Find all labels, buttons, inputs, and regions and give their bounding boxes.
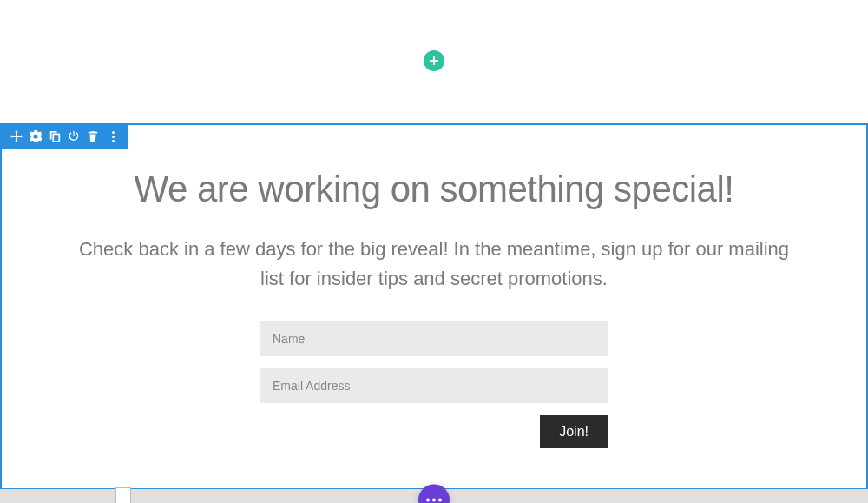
add-section-button[interactable] xyxy=(424,50,444,71)
duplicate-icon[interactable] xyxy=(45,127,64,146)
gear-icon[interactable] xyxy=(26,127,45,146)
heading: We are working on something special! xyxy=(71,169,797,210)
email-field[interactable] xyxy=(260,368,608,403)
more-icon[interactable] xyxy=(102,127,122,146)
move-icon[interactable] xyxy=(7,127,26,146)
signup-form: Join! xyxy=(260,321,608,415)
dots-horizontal-icon xyxy=(426,498,442,501)
module-frame: We are working on something special! Che… xyxy=(0,123,868,490)
power-icon[interactable] xyxy=(64,127,83,146)
bottom-marker xyxy=(115,487,131,503)
subheading: Check back in a few days for the big rev… xyxy=(78,235,790,294)
plus-icon xyxy=(430,53,438,69)
trash-icon[interactable] xyxy=(83,127,102,146)
submit-button[interactable]: Join! xyxy=(540,415,608,448)
module-toolbar xyxy=(0,123,128,149)
name-field[interactable] xyxy=(260,321,608,356)
module-content: We are working on something special! Che… xyxy=(2,125,866,415)
